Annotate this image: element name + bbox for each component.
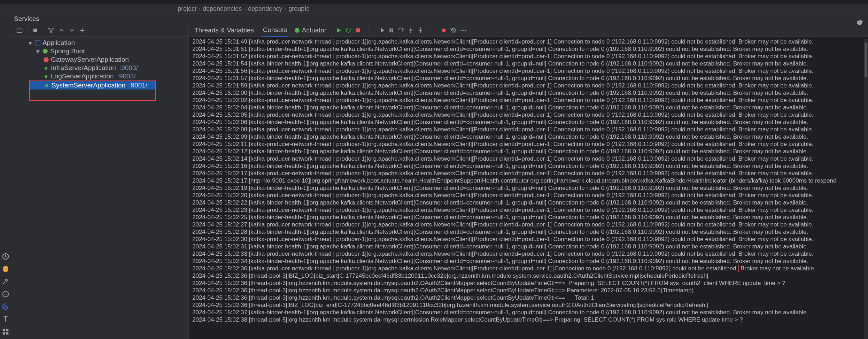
tool-icon[interactable]	[2, 278, 9, 285]
svg-rect-9	[35, 40, 40, 45]
log-line: 2024-04-25 15:02:17|[kafka-producer-netw…	[192, 170, 865, 177]
rerun-icon[interactable]	[335, 27, 342, 33]
square-icon	[35, 40, 40, 46]
step-into-icon[interactable]	[408, 27, 414, 33]
scrollbar-vertical[interactable]	[864, 39, 868, 339]
chevron-down-icon: ▾	[28, 39, 33, 47]
tree-node-spring-boot[interactable]: ▾ Spring Boot	[11, 47, 188, 55]
log-line: 2024-04-25 15:02:30|[kafka-producer-netw…	[192, 236, 865, 243]
svg-point-10	[43, 49, 48, 54]
crumb[interactable]: dependency	[248, 5, 282, 13]
mute-breakpoints-icon[interactable]	[450, 27, 457, 33]
minus-circle-icon[interactable]	[2, 290, 9, 298]
service-infra[interactable]: ● InfraServerApplication :9003/	[11, 64, 188, 72]
console-panel: Threads & Variables Console Actuator	[189, 24, 868, 339]
log-line: 2024-04-25 15:02:05|[kafka-producer-netw…	[192, 111, 865, 118]
running-icon: ●	[43, 65, 49, 71]
log-line: 2024-04-25 15:02:09|[kafka-binder-health…	[192, 133, 865, 140]
database-icon[interactable]	[2, 265, 9, 273]
pause-icon[interactable]	[388, 27, 394, 33]
svg-point-18	[461, 30, 462, 31]
more-icon[interactable]	[460, 27, 466, 33]
svg-rect-7	[17, 28, 22, 32]
filter-icon[interactable]	[47, 27, 54, 34]
show-icon[interactable]	[16, 27, 23, 34]
tree-label: Spring Boot	[50, 47, 85, 55]
service-gateway[interactable]: ⬣ GatewayServerApplication	[11, 55, 188, 64]
add-icon[interactable]	[79, 27, 86, 34]
log-line: 2024-04-25 15:02:33|[kafka-producer-netw…	[192, 250, 865, 257]
tab-console[interactable]: Console	[262, 24, 289, 37]
chevron-down-icon: ▾	[36, 47, 40, 55]
svg-rect-4	[6, 329, 8, 331]
svg-rect-11	[356, 28, 360, 32]
svg-rect-3	[2, 329, 5, 331]
service-name: InfraServerApplication	[51, 64, 116, 72]
text-icon[interactable]	[2, 315, 9, 323]
scrollbar-thumb[interactable]	[865, 43, 867, 77]
service-tree[interactable]: ▾ Application ▾ Spring Boot ⬣ GatewaySer…	[11, 37, 188, 103]
breakpoint-icon[interactable]	[441, 27, 447, 33]
left-rail	[0, 24, 11, 339]
crumb[interactable]: dependencies	[203, 5, 242, 13]
svg-point-20	[465, 30, 466, 31]
log-line: 2024-04-25 15:02:04|[kafka-binder-health…	[192, 104, 865, 111]
log-line: 2024-04-25 15:02:17|[http-nio-9001-exec-…	[192, 177, 865, 184]
tab-actuator[interactable]: Actuator	[295, 26, 326, 34]
step-out-icon[interactable]	[417, 27, 424, 33]
log-line: 2024-04-25 15:02:23|[kafka-producer-netw…	[192, 206, 865, 214]
open-files	[0, 0, 868, 4]
service-log[interactable]: ● LogServerApplication :9002/	[11, 72, 188, 80]
restart-icon[interactable]	[345, 27, 351, 33]
log-line: 2024-04-25 15:02:25|[kafka-binder-health…	[192, 214, 865, 221]
log-line: 2024-04-25 15:02:31|[kafka-binder-health…	[192, 243, 865, 250]
svg-rect-5	[2, 332, 5, 334]
services-panel-header[interactable]: Services	[0, 14, 868, 24]
step-over-icon[interactable]	[398, 27, 404, 33]
tree-node-application[interactable]: ▾ Application	[11, 39, 188, 47]
svg-rect-8	[33, 29, 37, 32]
service-system[interactable]: ● SystemServerApplication :9001/	[30, 81, 155, 90]
stopped-icon: ⬣	[43, 57, 49, 62]
resume-icon[interactable]	[378, 27, 385, 33]
breadcrumb[interactable]: project› dependencies› dependency› group…	[0, 4, 868, 14]
stop-icon[interactable]	[32, 27, 39, 34]
log-line: 2024-04-25 15:02:37|[kafka-binder-health…	[192, 309, 865, 316]
svg-point-14	[410, 32, 411, 33]
log-line: 2024-04-25 15:01:51|[kafka-binder-health…	[192, 45, 865, 53]
grid-icon[interactable]	[2, 328, 9, 336]
console-tabs: Threads & Variables Console Actuator	[189, 24, 868, 37]
log-line: 2024-04-25 15:02:22|[kafka-binder-health…	[192, 199, 865, 206]
service-port: :9003/	[119, 64, 138, 72]
svg-point-19	[463, 30, 464, 31]
tab-threads[interactable]: Threads & Variables	[193, 24, 255, 36]
stop-run-icon[interactable]	[355, 27, 361, 33]
log-line: 2024-04-25 15:01:49|[kafka-producer-netw…	[192, 38, 865, 45]
crumb[interactable]: groupId	[288, 5, 310, 13]
service-port: :9001/	[129, 82, 147, 89]
log-line: 2024-04-25 15:02:38|[thread-pool-5]|org …	[192, 316, 865, 323]
tree-label: Application	[42, 39, 75, 47]
service-name: LogServerApplication	[51, 72, 114, 80]
service-name: GatewayServerApplication	[51, 56, 129, 63]
svg-rect-12	[390, 28, 391, 32]
log-line: 2024-04-25 15:02:36|[thread-pool-3]|BIZ_…	[192, 272, 865, 279]
crumb[interactable]: project	[178, 5, 196, 13]
clock-icon[interactable]	[2, 253, 9, 260]
gear-icon[interactable]	[856, 19, 863, 26]
console-output[interactable]: 2024-04-25 15:01:49|[kafka-producer-netw…	[189, 37, 868, 339]
service-name: SystemServerApplication	[52, 82, 125, 89]
log-line: 2024-04-25 15:02:19|[kafka-binder-health…	[192, 184, 865, 192]
log-line: 2024-04-25 15:01:54|[kafka-binder-health…	[192, 60, 865, 67]
log-line: 2024-04-25 15:02:08|[kafka-producer-netw…	[192, 126, 865, 133]
log-line: 2024-04-25 15:02:36|[kafka-producer-netw…	[192, 265, 865, 272]
log-line: 2024-04-25 15:02:36|[thread-pool-3]|org.…	[192, 287, 865, 294]
log-line: 2024-04-25 15:02:36|[thread-pool-3]|org.…	[192, 279, 865, 287]
log-line: 2024-04-25 15:01:57|[kafka-binder-health…	[192, 75, 865, 82]
expand-icon[interactable]	[58, 27, 65, 34]
spiral-icon[interactable]	[2, 303, 9, 310]
spring-icon	[42, 48, 48, 54]
log-line: 2024-04-25 15:02:11|[kafka-producer-netw…	[192, 140, 865, 148]
collapse-icon[interactable]	[68, 27, 75, 34]
running-icon: ●	[44, 83, 49, 88]
